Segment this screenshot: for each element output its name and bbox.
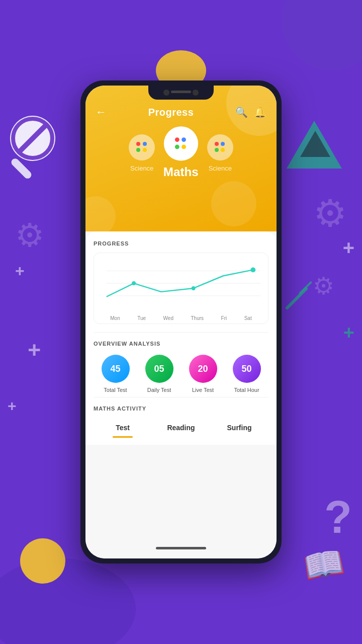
- stat-value-total-test: 45: [110, 364, 120, 374]
- stat-circle-live-test: 20: [189, 355, 217, 383]
- subject-label-right: Science: [209, 165, 232, 172]
- subject-label-center: Maths: [163, 165, 199, 180]
- subject-item-right[interactable]: Science: [207, 134, 233, 172]
- dot-green-left: [136, 148, 140, 152]
- stat-label-total-test: Total Test: [104, 387, 127, 393]
- header-bg-circle2: [211, 181, 256, 226]
- back-button[interactable]: ←: [96, 106, 107, 119]
- phone-frame: ← Progress 🔍 🔔: [80, 80, 282, 564]
- green-line-1: [285, 287, 309, 310]
- subject-carousel: Science Maths: [96, 129, 266, 177]
- dot-green-right: [215, 148, 219, 152]
- gear-right-icon: ⚙: [313, 191, 347, 235]
- question-mark-1: ?: [324, 492, 352, 543]
- plus-sign-2: +: [28, 337, 41, 363]
- stat-label-live-test: Live Test: [192, 387, 214, 393]
- stat-live-test: 20 Live Test: [189, 355, 217, 393]
- stat-daily-test: 05 Daily Test: [145, 355, 173, 393]
- plus-sign-1: +: [15, 262, 25, 280]
- progress-section: PROGRESS: [85, 231, 277, 445]
- svg-point-6: [192, 286, 196, 290]
- tab-test[interactable]: Test: [94, 419, 152, 438]
- stats-row: 45 Total Test 05 Daily Test: [94, 355, 268, 393]
- chart-label-wed: Wed: [163, 315, 173, 321]
- dot-red-center: [175, 137, 179, 142]
- chart-label-sat: Sat: [244, 315, 252, 321]
- green-line-2: [299, 281, 313, 295]
- dot-yellow-center: [182, 144, 187, 149]
- chart-label-mon: Mon: [110, 315, 120, 321]
- stat-circle-total-hour: 50: [233, 355, 261, 383]
- stat-total-hour: 50 Total Hour: [233, 355, 261, 393]
- progress-title: PROGRESS: [94, 240, 268, 247]
- chart-label-fri: Fri: [221, 315, 227, 321]
- no-sign-icon: [10, 116, 55, 161]
- camera-right: [193, 90, 199, 96]
- plus-sign-4: +: [343, 236, 354, 259]
- subject-label-left: Science: [130, 165, 153, 172]
- subject-icon-center: [164, 126, 198, 160]
- phone-notch: [148, 86, 214, 100]
- chart-label-thurs: Thurs: [191, 315, 204, 321]
- header-title: Progress: [148, 107, 194, 118]
- stat-value-live-test: 20: [198, 364, 208, 374]
- plus-sign-5: +: [343, 322, 354, 344]
- header-bg-circle1: [226, 86, 277, 136]
- plus-sign-3: +: [8, 397, 17, 415]
- bg-curve-bottom: [0, 558, 136, 644]
- grid-icon-right: [215, 142, 226, 153]
- yellow-circle-bottom: [20, 538, 65, 584]
- speaker: [171, 91, 191, 93]
- grid-icon-center: [175, 137, 187, 149]
- phone-screen: ← Progress 🔍 🔔: [85, 86, 277, 558]
- overview-section: OVERVIEW ANALYSIS 45 Total Test: [94, 332, 268, 393]
- back-arrow-icon: ←: [96, 106, 107, 119]
- stat-total-test: 45 Total Test: [102, 355, 130, 393]
- app-header: ← Progress 🔍 🔔: [85, 86, 277, 231]
- stat-value-total-hour: 50: [241, 364, 251, 374]
- gear-left-icon: ⚙: [15, 216, 44, 254]
- grid-icon-left: [136, 142, 147, 153]
- app-content: ← Progress 🔍 🔔: [85, 86, 277, 558]
- subject-icon-left: [129, 134, 155, 160]
- dot-green-center: [175, 144, 179, 149]
- stat-circle-daily-test: 05: [145, 355, 173, 383]
- stat-label-total-hour: Total Hour: [234, 387, 259, 393]
- book-icon: 📖: [301, 542, 347, 587]
- dot-blue-center: [182, 137, 187, 142]
- svg-point-4: [132, 281, 136, 285]
- scroll-area: PROGRESS: [85, 231, 277, 558]
- dot-yellow-right: [221, 148, 225, 152]
- dot-blue-left: [143, 142, 147, 146]
- tab-reading[interactable]: Reading: [152, 419, 210, 438]
- activity-title: MATHS ACTIVITY: [94, 406, 268, 412]
- chart-labels: Mon Tue Wed Thurs Fri Sat: [97, 315, 265, 321]
- chart-label-tue: Tue: [137, 315, 146, 321]
- subject-item-center[interactable]: Maths: [163, 126, 199, 180]
- bg-circle-top: [282, 0, 362, 70]
- subject-icon-right: [207, 134, 233, 160]
- overview-title: OVERVIEW ANALYSIS: [94, 341, 268, 347]
- activity-tabs: Test Reading Surfing: [94, 419, 268, 438]
- svg-point-8: [250, 267, 255, 272]
- tab-surfing[interactable]: Surfing: [210, 419, 268, 438]
- gear-right2-icon: ⚙: [313, 272, 334, 300]
- chart-container: Mon Tue Wed Thurs Fri Sat: [94, 253, 268, 324]
- dot-red-left: [136, 142, 140, 146]
- subject-item-left[interactable]: Science: [129, 134, 155, 172]
- stat-value-daily-test: 05: [154, 364, 164, 374]
- activity-section: MATHS ACTIVITY Test Reading Surfing: [94, 397, 268, 438]
- header-bg-circle3: [85, 196, 116, 236]
- home-bar: [156, 547, 206, 549]
- camera-left: [163, 90, 169, 96]
- stat-label-daily-test: Daily Test: [147, 387, 171, 393]
- dot-red-right: [215, 142, 219, 146]
- stat-circle-total-test: 45: [102, 355, 130, 383]
- triangle-inner-icon: [300, 131, 330, 157]
- dot-yellow-left: [143, 148, 147, 152]
- progress-chart: [97, 258, 265, 313]
- dot-blue-right: [221, 142, 225, 146]
